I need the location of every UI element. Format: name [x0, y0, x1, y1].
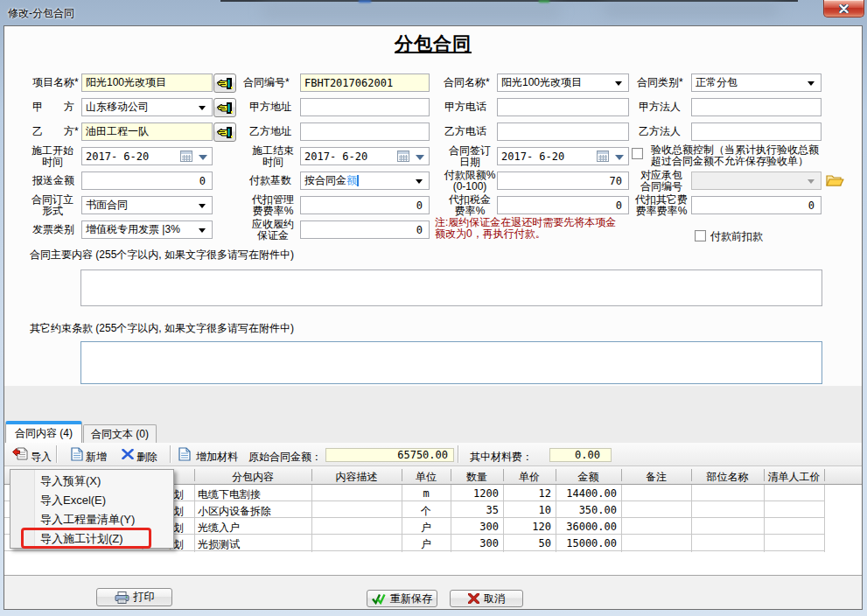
x-icon	[468, 593, 479, 604]
header-divider	[691, 469, 692, 481]
column-header[interactable]: 部位名称	[691, 470, 764, 485]
party-a-tel-input[interactable]	[497, 98, 629, 116]
delete-button[interactable]: 删除	[136, 450, 157, 465]
tab-contract-content[interactable]: 合同内容 (4)	[5, 421, 82, 443]
header-divider	[402, 469, 402, 481]
other-terms-textarea[interactable]	[80, 341, 822, 384]
header-divider	[824, 469, 825, 481]
chevron-down-icon	[416, 179, 423, 184]
mgmt-fee-rate-input[interactable]: 0	[300, 196, 430, 214]
background-window-smudge	[539, 0, 549, 3]
new-button[interactable]: 新增	[86, 450, 107, 465]
tax-rate-input[interactable]: 0	[497, 196, 629, 214]
pre-deduct-checkbox[interactable]	[695, 230, 706, 242]
add-material-icon[interactable]	[178, 447, 191, 464]
report-amount-input[interactable]: 0	[81, 172, 213, 190]
column-header[interactable]: 清单人工价	[764, 470, 824, 485]
contract-no-label: 合同编号*	[243, 77, 290, 88]
add-material-button[interactable]: 增加材料	[196, 450, 238, 465]
contract-name-combo[interactable]: 阳光100光改项目	[497, 74, 629, 92]
menu-item-import-excel[interactable]: 导入Excel(E)	[40, 491, 106, 510]
new-icon[interactable]	[71, 447, 83, 464]
header-divider	[621, 469, 622, 481]
delete-icon[interactable]	[122, 449, 134, 462]
import-button[interactable]: 导入	[31, 450, 52, 465]
import-icon[interactable]	[12, 446, 29, 464]
folder-icon	[826, 173, 844, 187]
party-b-legal-input[interactable]	[691, 122, 822, 141]
project-name-picker-button[interactable]	[213, 74, 236, 93]
column-header[interactable]: 数量	[451, 470, 503, 485]
document-icon	[178, 447, 191, 461]
other-fee-rate-input[interactable]: 0	[691, 196, 822, 214]
background-window-smudge	[220, 0, 798, 2]
column-header[interactable]: 分包内容	[194, 470, 311, 485]
payment-base-combo[interactable]: 按合同金额	[300, 172, 430, 190]
blue-x-icon	[122, 449, 134, 459]
contract-form-combo[interactable]: 书面合同	[81, 196, 213, 214]
save-button[interactable]: 重新保存	[367, 590, 437, 607]
import-context-menu: 导入预算(X) 导入Excel(E) 导入工程量清单(Y) 导入施工计划(Z)	[10, 469, 174, 549]
sign-date-datepicker[interactable]: 2017- 6-20	[497, 147, 629, 165]
column-header[interactable]: 备注	[621, 470, 691, 485]
party-a-addr-input[interactable]	[300, 98, 430, 116]
check-icon	[372, 593, 386, 605]
contract-type-label: 合同类别*	[637, 77, 683, 88]
browse-folder-button[interactable]	[826, 173, 844, 190]
party-a-label: 甲 方	[32, 102, 74, 113]
background-window-smudge	[262, 6, 560, 17]
column-header[interactable]: 内容描述	[311, 470, 402, 485]
close-button[interactable]	[823, 0, 864, 18]
end-time-datepicker[interactable]: 2017- 6-20	[300, 147, 430, 165]
contract-no-input[interactable]: FBHT2017062001	[300, 74, 430, 92]
header-divider	[194, 469, 195, 481]
chevron-down-icon	[615, 81, 622, 86]
chevron-down-icon	[808, 81, 815, 86]
background-window-smudge	[359, 0, 371, 3]
other-fee-rate-label: 代扣其它费费率费率%	[631, 194, 692, 217]
party-b-addr-input[interactable]	[300, 122, 430, 141]
main-content-textarea[interactable]	[80, 270, 822, 306]
payment-limit-input[interactable]: 70	[497, 172, 629, 190]
header-divider	[764, 469, 765, 481]
party-b-input[interactable]: 油田工程一队	[81, 122, 213, 141]
payment-limit-label: 付款限额%(0-100)	[439, 170, 500, 192]
project-name-input[interactable]: 阳光100光改项目	[81, 74, 213, 92]
tab-contract-text[interactable]: 合同文本 (0)	[83, 424, 157, 443]
invoice-type-combo[interactable]: 增值税专用发票 |3%	[81, 220, 213, 239]
start-time-datepicker[interactable]: 2017- 6-20	[81, 147, 213, 165]
menu-item-import-boq[interactable]: 导入工程量清单(Y)	[40, 510, 135, 529]
toolbar-separator	[458, 445, 458, 463]
cancel-button[interactable]: 取消	[450, 590, 523, 607]
deposit-label: 应收履约保证金	[242, 219, 304, 242]
print-button[interactable]: 打印	[96, 588, 172, 606]
deposit-note: 注:履约保证金在退还时需要先将本项金 额改为0，再执行付款。	[435, 217, 616, 239]
party-a-legal-input[interactable]	[691, 98, 822, 116]
grid-column-line	[824, 485, 825, 552]
chevron-down-icon	[199, 155, 207, 160]
acceptance-control-checkbox[interactable]	[632, 148, 643, 159]
main-content-label: 合同主要内容 (255个字以内, 如果文字很多请写在附件中)	[30, 249, 294, 261]
chevron-down-icon	[199, 204, 206, 208]
party-a-combo[interactable]: 山东移动公司	[81, 98, 213, 116]
original-amount-input[interactable]: 65750.00	[325, 448, 454, 462]
counter-contract-combo	[691, 172, 822, 190]
tax-rate-label: 代扣税金费率%	[439, 194, 500, 217]
column-header[interactable]: 单价	[503, 470, 556, 485]
menu-item-import-budget[interactable]: 导入预算(X)	[40, 472, 101, 491]
toolbar-separator	[170, 445, 171, 463]
text-caret	[357, 175, 359, 186]
party-b-tel-input[interactable]	[497, 122, 629, 141]
party-b-picker-button[interactable]	[213, 122, 236, 142]
material-fee-input[interactable]: 0.00	[549, 448, 612, 462]
deposit-input[interactable]: 0	[300, 220, 430, 239]
acceptance-control-label: 验收总额控制（当累计执行验收总额 超过合同金额不允许保存验收单）	[651, 144, 819, 166]
material-fee-label: 其中材料费：	[470, 450, 533, 465]
contract-form-label: 合同订立形式	[22, 194, 83, 217]
column-header[interactable]: 单位	[402, 470, 451, 485]
import-doc-arrow-icon	[12, 446, 29, 461]
column-header[interactable]: 金额	[556, 470, 621, 485]
party-a-picker-button[interactable]	[213, 98, 236, 117]
contract-type-combo[interactable]: 正常分包	[691, 74, 822, 92]
chevron-down-icon	[615, 155, 624, 160]
